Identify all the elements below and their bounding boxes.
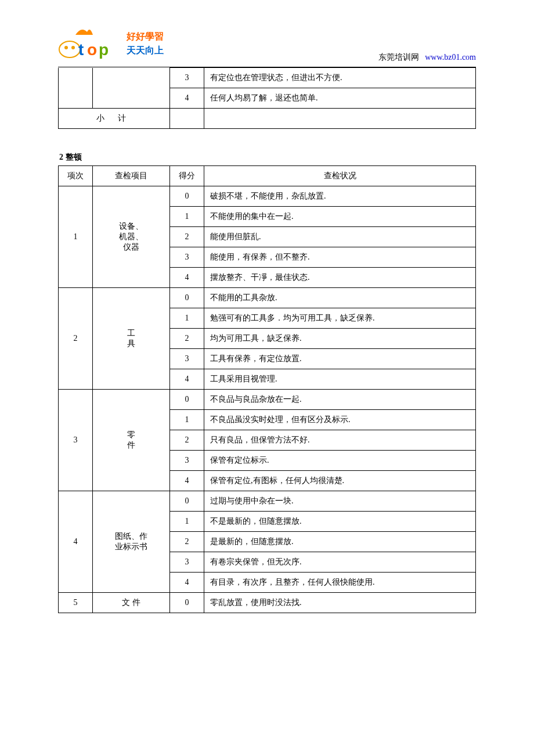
cell-score: 2 [170,430,204,451]
cell-score: 0 [170,390,204,410]
cell-item: 工 具 [93,288,170,390]
cell-desc: 只有良品，但保管方法不好. [204,430,476,451]
cell-desc: 有目录，有次序，且整齐，任何人很快能使用. [204,573,476,593]
cell-desc: 破损不堪，不能使用，杂乱放置. [204,186,476,207]
table-row-subtotal: 小 计 [59,109,476,129]
cell-num-empty [59,68,93,109]
cell-score: 3 [170,552,204,573]
cell-score: 0 [170,593,204,613]
cell-score: 4 [170,369,204,390]
cell-desc: 能使用，有保养，但不整齐. [204,247,476,268]
svg-text:t: t [78,41,84,59]
cell-desc: 保管有定位标示. [204,451,476,471]
cell-desc: 不是最新的，但随意摆放. [204,512,476,532]
cell-desc: 工具有保养，有定位放置. [204,349,476,369]
cell-score: 1 [170,308,204,329]
cell-score: 4 [170,268,204,288]
table-1-continuation: 3 有定位也在管理状态，但进出不方便. 4 任何人均易了解，退还也简单. 小 计 [58,67,476,129]
cell-desc: 保管有定位,有图标，任何人均很清楚. [204,471,476,491]
cell-desc: 不能使用的集中在一起. [204,207,476,227]
svg-point-0 [59,41,80,57]
cell-score: 3 [170,247,204,268]
cell-score: 3 [170,68,204,88]
cell-desc: 不良品与良品杂放在一起. [204,390,476,410]
svg-point-1 [64,46,68,49]
cell-item-empty [93,68,170,109]
table-row: 1设备、 机器、 仪器0破损不堪，不能使用，杂乱放置. [59,186,476,207]
cell-score: 0 [170,491,204,512]
slogan-line-1: 好好學習 [127,30,164,44]
cell-num: 4 [59,491,93,593]
cell-desc: 摆放整齐、干凈，最佳状态. [204,268,476,288]
svg-text:o: o [87,41,97,59]
cell-desc: 能使用但脏乱. [204,227,476,247]
section-title-2: 2 整顿 [58,152,476,163]
header-item: 查检项目 [93,166,170,186]
cell-desc: 过期与使用中杂在一块. [204,491,476,512]
cell-desc: 不能用的工具杂放. [204,288,476,308]
cell-item: 文 件 [93,593,170,613]
cell-subtotal-label: 小 计 [59,109,170,129]
slogan: 好好學習 天天向上 [127,30,164,57]
cell-score: 1 [170,512,204,532]
cell-desc: 是最新的，但随意摆放. [204,532,476,552]
cell-score: 0 [170,288,204,308]
site-url[interactable]: www.bz01.com [425,53,476,62]
table-row: 2工 具0不能用的工具杂放. [59,288,476,308]
cell-subtotal-score [170,109,204,129]
cell-desc: 零乱放置，使用时没法找. [204,593,476,613]
cell-subtotal-desc [204,109,476,129]
cell-item: 零 件 [93,390,170,491]
table-row: 5文 件0零乱放置，使用时没法找. [59,593,476,613]
cell-num: 5 [59,593,93,613]
table-row: 3零 件0不良品与良品杂放在一起. [59,390,476,410]
cell-desc: 有定位也在管理状态，但进出不方便. [204,68,476,88]
slogan-line-2: 天天向上 [127,44,164,57]
cell-score: 0 [170,186,204,207]
cell-score: 1 [170,410,204,430]
site-name: 东莞培训网 [378,53,419,62]
header-site-info: 东莞培训网 www.bz01.com [378,52,476,64]
table-header-row: 项次 查检项目 得分 查检状况 [59,166,476,186]
cell-item: 设备、 机器、 仪器 [93,186,170,288]
cell-desc: 工具采用目视管理. [204,369,476,390]
logo-area: t o p 好好學習 天天向上 [58,23,164,64]
cell-num: 2 [59,288,93,390]
table-row: 3 有定位也在管理状态，但进出不方便. [59,68,476,88]
cell-score: 4 [170,471,204,491]
svg-text:p: p [99,41,109,59]
cell-score: 2 [170,532,204,552]
header-num: 项次 [59,166,93,186]
table-row: 4图纸、作 业标示书0过期与使用中杂在一块. [59,491,476,512]
cell-score: 3 [170,451,204,471]
cell-desc: 不良品虽没实时处理，但有区分及标示. [204,410,476,430]
header-desc: 查检状况 [204,166,476,186]
cell-desc: 有卷宗夹保管，但无次序. [204,552,476,573]
cell-score: 1 [170,207,204,227]
cell-score: 2 [170,227,204,247]
cell-score: 3 [170,349,204,369]
cell-desc: 勉强可有的工具多．均为可用工具，缺乏保养. [204,308,476,329]
cell-desc: 任何人均易了解，退还也简单. [204,88,476,109]
cell-num: 1 [59,186,93,288]
cell-score: 4 [170,88,204,109]
table-2: 项次 查检项目 得分 查检状况 1设备、 机器、 仪器0破损不堪，不能使用，杂乱… [58,165,476,613]
header-score: 得分 [170,166,204,186]
cell-item: 图纸、作 业标示书 [93,491,170,593]
page-header: t o p 好好學習 天天向上 东莞培训网 www.bz01.com [58,23,476,64]
cell-num: 3 [59,390,93,491]
logo-icon: t o p [58,23,122,64]
cell-score: 4 [170,573,204,593]
svg-point-2 [71,46,75,49]
cell-score: 2 [170,329,204,349]
cell-desc: 均为可用工具，缺乏保养. [204,329,476,349]
